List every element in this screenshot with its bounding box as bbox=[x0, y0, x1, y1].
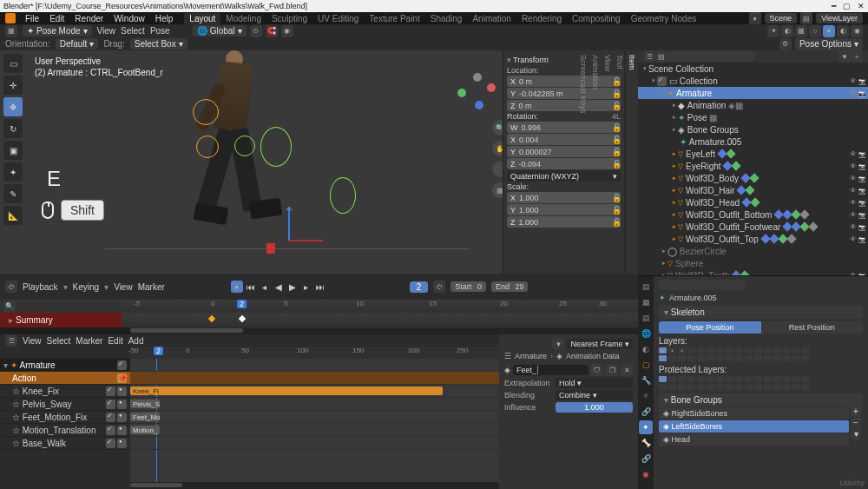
outliner-item-bonegroups[interactable]: ◈ Bone Groups bbox=[638, 123, 868, 135]
menu-file[interactable]: File bbox=[21, 14, 43, 23]
armature-layers-grid[interactable] bbox=[659, 355, 863, 361]
transform-tool-icon[interactable]: ✦ bbox=[3, 162, 23, 182]
timeline-scrollbar[interactable] bbox=[130, 327, 638, 334]
n-tab-tool[interactable]: Tool bbox=[614, 50, 626, 274]
bone-group-item[interactable]: ◈ Head bbox=[659, 433, 849, 446]
n-tab-animation[interactable]: Animation bbox=[589, 50, 602, 274]
gizmo-neg-icon[interactable] bbox=[473, 73, 482, 82]
skeleton-panel-header[interactable]: Skeleton bbox=[659, 306, 863, 319]
transform-panel-header[interactable]: Transform bbox=[513, 56, 549, 64]
workspace-tab-rendering[interactable]: Rendering bbox=[516, 13, 567, 24]
extrapolation-select[interactable]: Hold ▾ bbox=[556, 378, 633, 388]
n-tab-screencast[interactable]: Screencast Keys bbox=[577, 50, 589, 274]
nla-track[interactable]: ☆ Motion_Translation bbox=[0, 424, 130, 437]
outliner-filter-icon[interactable]: ▼ bbox=[838, 50, 851, 63]
control-ring-icon[interactable] bbox=[234, 135, 255, 156]
maximize-button[interactable]: ▢ bbox=[843, 2, 851, 10]
proportional-icon[interactable]: ◉ bbox=[281, 25, 293, 37]
timeline-playback[interactable]: Playback bbox=[23, 282, 58, 292]
gizmo-x-icon[interactable] bbox=[487, 83, 496, 92]
frame-start[interactable]: Start 0 bbox=[450, 281, 486, 292]
outliner-mesh-item[interactable]: ▽EyeRight bbox=[638, 160, 868, 172]
nla-editor-icon[interactable]: ☰ bbox=[5, 334, 17, 347]
properties-search-input[interactable] bbox=[659, 280, 746, 290]
viewlayer-icon[interactable]: ▤ bbox=[800, 12, 812, 24]
gizmo-y-icon[interactable] bbox=[457, 89, 466, 97]
bone-group-add-button[interactable]: + bbox=[851, 406, 861, 417]
nla-view[interactable]: View bbox=[23, 336, 42, 346]
outliner-mesh-item[interactable]: ▽Wolf3D_Body bbox=[638, 172, 868, 184]
bone-group-remove-button[interactable]: − bbox=[851, 418, 861, 428]
outliner-editor-icon[interactable]: ☰ bbox=[643, 50, 655, 63]
header-pose[interactable]: Pose bbox=[150, 26, 170, 36]
blending-select[interactable]: Combine ▾ bbox=[556, 390, 633, 400]
control-handle[interactable] bbox=[266, 243, 275, 254]
keyframe-prev-icon[interactable]: ◂ bbox=[259, 281, 271, 293]
nla-edit[interactable]: Edit bbox=[108, 336, 122, 346]
prop-tab-output[interactable]: ▦ bbox=[639, 295, 653, 309]
summary-label[interactable]: Summary bbox=[16, 315, 53, 325]
shading-matpreview-icon[interactable]: ◐ bbox=[837, 25, 849, 37]
nla-strip[interactable]: Pelvis_S bbox=[130, 400, 160, 408]
outliner-item-animation[interactable]: ◆ Animation ◈▦ bbox=[638, 99, 868, 111]
snap-selector[interactable]: Nearest Frame ▾ bbox=[567, 339, 633, 349]
nla-track-area[interactable]: Knee_Fi Pelvis_S Feet_Mo Motion_ bbox=[130, 359, 499, 482]
outliner-search-input[interactable] bbox=[667, 51, 754, 62]
prop-tab-physics[interactable]: ⚛ bbox=[639, 389, 653, 403]
workspace-tab-layout[interactable]: Layout bbox=[184, 13, 220, 24]
x-axis-arrow-icon[interactable] bbox=[288, 240, 323, 241]
search-icon[interactable]: 🔍 bbox=[3, 301, 16, 313]
menu-help[interactable]: Help bbox=[151, 14, 178, 23]
timeline-editor-icon[interactable]: ⏱ bbox=[5, 281, 17, 293]
timeline-marker[interactable]: Marker bbox=[138, 282, 165, 292]
keyframe-icon[interactable] bbox=[239, 315, 246, 322]
scale-tool-icon[interactable]: ▣ bbox=[3, 141, 23, 160]
outliner-mesh-item[interactable]: ▽Wolf3D_Hair bbox=[638, 184, 868, 196]
nla-channel-armature[interactable]: ▾ ✦ Armature bbox=[0, 359, 130, 372]
bone-group-menu-button[interactable]: ▾ bbox=[851, 429, 861, 439]
nla-scrollbar[interactable] bbox=[130, 482, 499, 489]
preview-range-icon[interactable]: ⏱ bbox=[433, 281, 445, 293]
outliner-mesh-item[interactable]: ▽Wolf3D_Outfit_Bottom bbox=[638, 208, 868, 221]
move-tool-icon[interactable]: ✥ bbox=[3, 97, 23, 116]
influence-slider[interactable]: 1.000 bbox=[556, 402, 633, 413]
protected-layers-grid[interactable] bbox=[659, 384, 863, 390]
summary-track[interactable] bbox=[122, 313, 638, 327]
editor-type-icon[interactable]: ▦ bbox=[5, 25, 17, 37]
outliner-item-collapsed[interactable]: ◯ BezierCircle bbox=[638, 245, 868, 257]
xray-toggle-icon[interactable]: ▦ bbox=[795, 25, 807, 37]
timeline-ruler[interactable]: -5 0 2 5 10 15 20 25 30 bbox=[122, 300, 638, 313]
outliner-mesh-item[interactable]: ▽EyeLeft bbox=[638, 148, 868, 160]
prop-tab-viewlayer[interactable]: ▤ bbox=[639, 311, 653, 325]
nla-marker[interactable]: Marker bbox=[76, 336, 102, 346]
outliner-collection[interactable]: ▭ Collection bbox=[638, 75, 868, 87]
jump-end-icon[interactable]: ⏭ bbox=[314, 281, 326, 293]
autokey-icon[interactable]: ● bbox=[231, 281, 243, 293]
nla-select[interactable]: Select bbox=[47, 336, 71, 346]
prop-tab-render[interactable]: ▤ bbox=[639, 280, 653, 294]
annotate-tool-icon[interactable]: ✎ bbox=[3, 184, 23, 203]
nla-add[interactable]: Add bbox=[128, 336, 144, 346]
scene-selector[interactable]: Scene bbox=[765, 13, 798, 23]
prop-tab-object[interactable]: ▢ bbox=[639, 358, 653, 372]
timeline-keying[interactable]: Keying bbox=[73, 282, 100, 292]
shading-rendered-icon[interactable]: ◉ bbox=[851, 25, 863, 37]
z-axis-arrow-icon[interactable] bbox=[288, 207, 290, 241]
control-ring-icon[interactable] bbox=[260, 127, 292, 167]
new-action-icon[interactable]: ❐ bbox=[606, 364, 618, 376]
mode-selector[interactable]: ✦ Pose Mode▾ bbox=[23, 25, 92, 36]
control-ring-icon[interactable] bbox=[196, 135, 219, 158]
workspace-tab-geonodes[interactable]: Geometry Nodes bbox=[626, 13, 702, 24]
outliner-armature[interactable]: ✦Armature bbox=[638, 87, 868, 99]
nla-strip[interactable]: Knee_Fi bbox=[130, 387, 443, 395]
control-ring-icon[interactable] bbox=[193, 99, 219, 125]
snap-icon[interactable]: 🧲 bbox=[266, 25, 278, 37]
timeline-view[interactable]: View bbox=[114, 282, 133, 292]
display-mode-icon[interactable]: ▤ bbox=[655, 50, 667, 63]
nav-gizmo[interactable] bbox=[457, 69, 499, 111]
nla-track[interactable]: ☆ Base_Walk bbox=[0, 437, 130, 450]
fake-user-icon[interactable]: 🛡 bbox=[591, 364, 603, 376]
prop-tab-constraint[interactable]: 🔗 bbox=[639, 405, 653, 419]
frame-end[interactable]: End 29 bbox=[491, 281, 529, 292]
prop-tab-scene[interactable]: 🌐 bbox=[639, 327, 653, 340]
